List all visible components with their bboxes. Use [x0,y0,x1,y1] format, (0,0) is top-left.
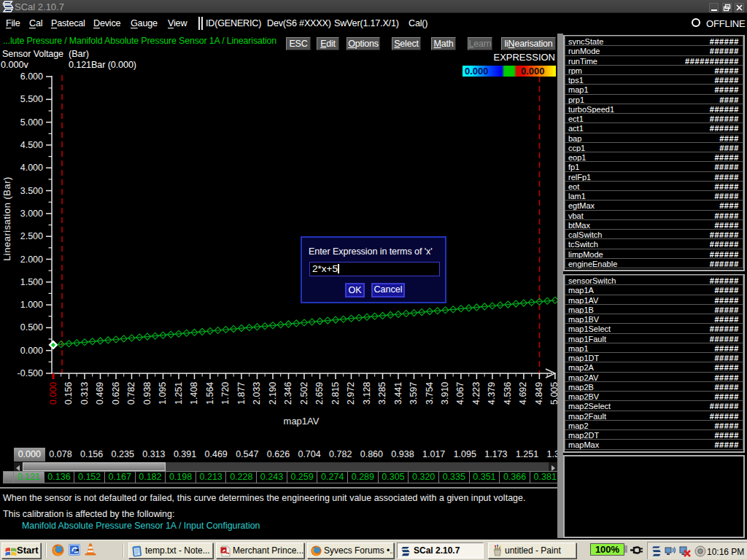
svg-text:4.849: 4.849 [534,382,544,405]
svg-text:4.379: 4.379 [487,382,497,405]
svg-text:4.067: 4.067 [455,382,465,405]
svg-text:2.972: 2.972 [346,382,356,405]
svg-text:4.223: 4.223 [471,382,481,405]
svg-text:3.285: 3.285 [377,382,387,405]
svg-text:1.564: 1.564 [205,382,215,405]
svg-text:1.877: 1.877 [236,382,247,405]
svg-text:1.251: 1.251 [174,382,184,405]
svg-text:0.469: 0.469 [95,382,105,405]
svg-text:1.095: 1.095 [158,382,168,405]
svg-text:6.000: 6.000 [20,71,43,82]
svg-text:3.000: 3.000 [20,209,43,219]
svg-text:3.910: 3.910 [440,382,450,405]
svg-text:2.346: 2.346 [283,382,293,405]
svg-text:4.500: 4.500 [20,140,43,150]
svg-text:2.033: 2.033 [252,382,262,405]
svg-text:5.500: 5.500 [20,94,43,104]
svg-text:0.000: 0.000 [20,346,43,356]
svg-text:2.500: 2.500 [20,231,43,241]
svg-text:0.626: 0.626 [111,382,121,405]
svg-text:4.692: 4.692 [518,382,528,405]
svg-text:0.500: 0.500 [20,322,43,332]
svg-text:3.441: 3.441 [393,382,403,405]
svg-text:1.408: 1.408 [189,382,199,405]
svg-text:2.659: 2.659 [314,382,325,405]
svg-text:4.536: 4.536 [503,382,513,405]
svg-text:1.000: 1.000 [20,300,43,310]
svg-text:1.720: 1.720 [220,382,231,405]
svg-text:-0.500: -0.500 [18,368,43,378]
svg-text:3.500: 3.500 [20,186,43,196]
svg-text:0.313: 0.313 [80,382,90,405]
svg-text:0.782: 0.782 [126,382,136,405]
svg-text:3.754: 3.754 [425,382,435,405]
svg-text:1.500: 1.500 [20,277,43,287]
svg-text:0.000: 0.000 [48,382,58,405]
svg-text:4.000: 4.000 [20,163,43,173]
svg-text:2.815: 2.815 [330,382,341,405]
svg-text:2.190: 2.190 [268,382,278,405]
svg-text:3.597: 3.597 [409,382,419,405]
svg-text:2.000: 2.000 [20,254,43,265]
svg-text:0.156: 0.156 [63,382,74,405]
svg-text:3.128: 3.128 [362,382,372,405]
svg-text:5.000: 5.000 [20,117,43,128]
svg-text:0.938: 0.938 [142,382,152,405]
svg-text:2.502: 2.502 [299,382,309,405]
